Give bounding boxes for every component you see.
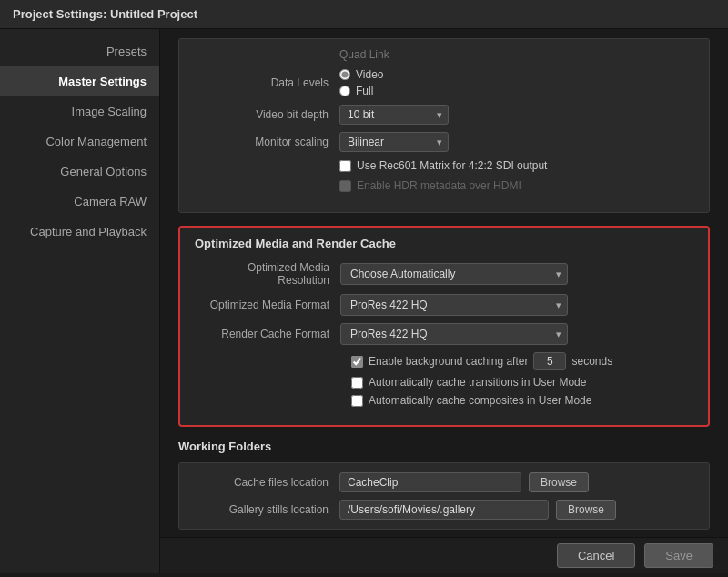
bg-cache-row: Enable background caching after seconds — [351, 352, 693, 370]
optimized-resolution-select-wrapper: Choose Automatically Original Half Quart… — [340, 263, 568, 285]
sidebar-item-capture-playback[interactable]: Capture and Playback — [0, 217, 159, 247]
gallery-stills-input[interactable] — [339, 500, 549, 520]
cache-files-row: Cache files location Browse — [194, 472, 694, 492]
video-bit-depth-select[interactable]: 10 bit 8 bit 12 bit — [339, 105, 449, 125]
sidebar-item-presets[interactable]: Presets — [0, 36, 159, 66]
video-bit-depth-label: Video bit depth — [194, 108, 339, 121]
cache-files-label: Cache files location — [194, 476, 339, 489]
bg-cache-text: Enable background caching after — [369, 355, 528, 368]
auto-cache-composites-text: Automatically cache composites in User M… — [369, 394, 592, 407]
optimized-resolution-label: Optimized Media Resolution — [195, 261, 340, 287]
cache-files-input[interactable] — [339, 472, 521, 492]
save-button[interactable]: Save — [644, 543, 713, 568]
monitor-scaling-select-wrapper: Bilinear Sharper Smoother — [339, 132, 449, 152]
optimized-format-select[interactable]: ProRes 422 HQ ProRes 422 ProRes 4444 DNx… — [340, 294, 568, 316]
title-bar: Project Settings: Untitled Project — [0, 0, 728, 29]
cache-files-browse-button[interactable]: Browse — [529, 472, 589, 492]
quad-link-label: Quad Link — [339, 48, 389, 61]
monitor-scaling-select[interactable]: Bilinear Sharper Smoother — [339, 132, 449, 152]
data-levels-label: Data Levels — [194, 76, 339, 89]
auto-cache-composites-label[interactable]: Automatically cache composites in User M… — [351, 394, 592, 407]
bg-cache-unit: seconds — [571, 355, 612, 368]
sidebar: Presets Master Settings Image Scaling Co… — [0, 29, 160, 573]
working-folders-section: Working Folders Cache files location Bro… — [178, 440, 710, 530]
hdr-checkbox[interactable] — [339, 180, 351, 192]
optimized-resolution-row: Optimized Media Resolution Choose Automa… — [195, 261, 693, 287]
monitor-scaling-label: Monitor scaling — [194, 136, 339, 148]
render-cache-label: Render Cache Format — [195, 328, 340, 340]
auto-cache-transitions-checkbox[interactable] — [351, 377, 363, 389]
working-folders-title: Working Folders — [178, 440, 710, 453]
top-settings-section: Quad Link Data Levels Video — [178, 38, 710, 213]
optimized-media-section: Optimized Media and Render Cache Optimiz… — [178, 226, 710, 427]
bg-cache-seconds-input[interactable] — [533, 352, 566, 370]
monitor-scaling-row: Monitor scaling Bilinear Sharper Smoothe… — [194, 132, 694, 152]
content-area: Quad Link Data Levels Video — [160, 29, 728, 573]
quad-link-row: Quad Link — [194, 48, 694, 61]
data-levels-radio-group: Video Full — [339, 68, 383, 97]
gallery-stills-browse-button[interactable]: Browse — [556, 500, 616, 520]
auto-cache-transitions-label[interactable]: Automatically cache transitions in User … — [351, 376, 586, 389]
hdr-row: Enable HDR metadata over HDMI — [194, 179, 694, 192]
sidebar-item-master-settings[interactable]: Master Settings — [0, 66, 159, 96]
hdr-checkbox-label[interactable]: Enable HDR metadata over HDMI — [339, 179, 521, 192]
render-cache-row: Render Cache Format ProRes 422 HQ ProRes… — [195, 323, 693, 345]
bg-cache-label[interactable]: Enable background caching after seconds — [351, 352, 612, 370]
optimized-format-row: Optimized Media Format ProRes 422 HQ Pro… — [195, 294, 693, 316]
rec601-label: Use Rec601 Matrix for 4:2:2 SDI output — [357, 159, 547, 172]
optimized-resolution-select[interactable]: Choose Automatically Original Half Quart… — [340, 263, 568, 285]
rec601-checkbox[interactable] — [339, 160, 351, 172]
optimized-section-title: Optimized Media and Render Cache — [195, 237, 693, 250]
render-cache-select-wrapper: ProRes 422 HQ ProRes 422 ProRes 4444 DNx… — [340, 323, 568, 345]
video-bit-depth-row: Video bit depth 10 bit 8 bit 12 bit — [194, 105, 694, 125]
cancel-button[interactable]: Cancel — [557, 543, 635, 568]
auto-cache-composites-row: Automatically cache composites in User M… — [351, 394, 693, 407]
render-cache-select[interactable]: ProRes 422 HQ ProRes 422 ProRes 4444 DNx… — [340, 323, 568, 345]
auto-cache-transitions-text: Automatically cache transitions in User … — [369, 376, 586, 389]
optimized-format-label: Optimized Media Format — [195, 299, 340, 311]
gallery-stills-row: Gallery stills location Browse — [194, 500, 694, 520]
window-title: Project Settings: Untitled Project — [13, 7, 197, 21]
sidebar-item-color-management[interactable]: Color Management — [0, 127, 159, 157]
sidebar-item-image-scaling[interactable]: Image Scaling — [0, 96, 159, 127]
data-levels-video[interactable]: Video — [339, 68, 383, 81]
bg-cache-checkbox[interactable] — [351, 356, 363, 368]
optimized-format-select-wrapper: ProRes 422 HQ ProRes 422 ProRes 4444 DNx… — [340, 294, 568, 316]
sidebar-item-camera-raw[interactable]: Camera RAW — [0, 187, 159, 217]
data-levels-full[interactable]: Full — [339, 85, 383, 97]
auto-cache-transitions-row: Automatically cache transitions in User … — [351, 376, 693, 389]
rec601-checkbox-label[interactable]: Use Rec601 Matrix for 4:2:2 SDI output — [339, 159, 547, 172]
auto-cache-composites-checkbox[interactable] — [351, 395, 363, 407]
data-levels-row: Data Levels Video Full — [194, 68, 694, 97]
sidebar-item-general-options[interactable]: General Options — [0, 157, 159, 187]
video-bit-depth-select-wrapper: 10 bit 8 bit 12 bit — [339, 105, 449, 125]
working-folders-box: Cache files location Browse Gallery stil… — [178, 462, 710, 530]
gallery-stills-label: Gallery stills location — [194, 503, 339, 516]
rec601-row: Use Rec601 Matrix for 4:2:2 SDI output — [194, 159, 694, 172]
hdr-label: Enable HDR metadata over HDMI — [357, 179, 521, 192]
bottom-bar: Cancel Save — [160, 537, 728, 573]
